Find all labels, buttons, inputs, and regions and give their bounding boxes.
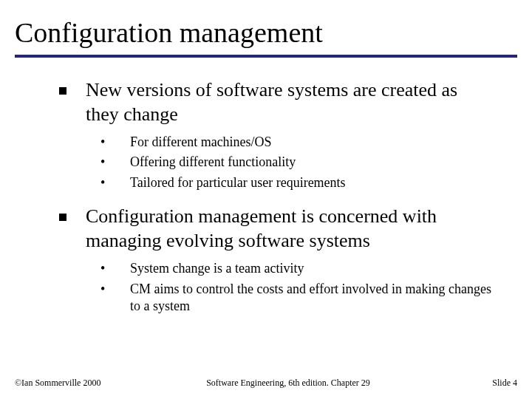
bullet-text: New versions of software systems are cre… <box>86 78 495 126</box>
title-rule <box>15 55 517 58</box>
bullet-level2: • System change is a team activity <box>100 260 495 277</box>
sub-bullet-text: CM aims to control the costs and effort … <box>130 281 495 316</box>
content-area: New versions of software systems are cre… <box>15 78 517 315</box>
bullet-level1: Configuration management is concerned wi… <box>59 205 495 253</box>
sub-list: • For different machines/OS • Offering d… <box>59 134 495 191</box>
footer-left: ©Ian Sommerville 2000 <box>15 378 148 389</box>
sub-list: • System change is a team activity • CM … <box>59 260 495 315</box>
sub-bullet-text: Tailored for particular user requirement… <box>130 174 346 191</box>
bullet-level2: • Tailored for particular user requireme… <box>100 174 495 191</box>
dot-bullet-icon: • <box>100 134 130 151</box>
square-bullet-icon <box>59 87 66 95</box>
bullet-level2: • Offering different functionality <box>100 154 495 171</box>
square-bullet-icon <box>59 214 66 221</box>
bullet-level2: • For different machines/OS <box>100 134 495 151</box>
sub-bullet-text: For different machines/OS <box>130 134 272 151</box>
slide: Configuration management New versions of… <box>0 0 532 399</box>
footer-right: Slide 4 <box>429 378 517 389</box>
bullet-level1: New versions of software systems are cre… <box>59 78 495 126</box>
bullet-level2: • CM aims to control the costs and effor… <box>100 281 495 316</box>
sub-bullet-text: Offering different functionality <box>130 154 296 171</box>
dot-bullet-icon: • <box>100 154 130 171</box>
slide-title: Configuration management <box>15 16 517 53</box>
dot-bullet-icon: • <box>100 281 130 298</box>
footer: ©Ian Sommerville 2000 Software Engineeri… <box>15 378 517 389</box>
bullet-text: Configuration management is concerned wi… <box>86 205 495 253</box>
dot-bullet-icon: • <box>100 174 130 191</box>
sub-bullet-text: System change is a team activity <box>130 260 304 277</box>
dot-bullet-icon: • <box>100 260 130 277</box>
footer-center: Software Engineering, 6th edition. Chapt… <box>148 378 429 389</box>
